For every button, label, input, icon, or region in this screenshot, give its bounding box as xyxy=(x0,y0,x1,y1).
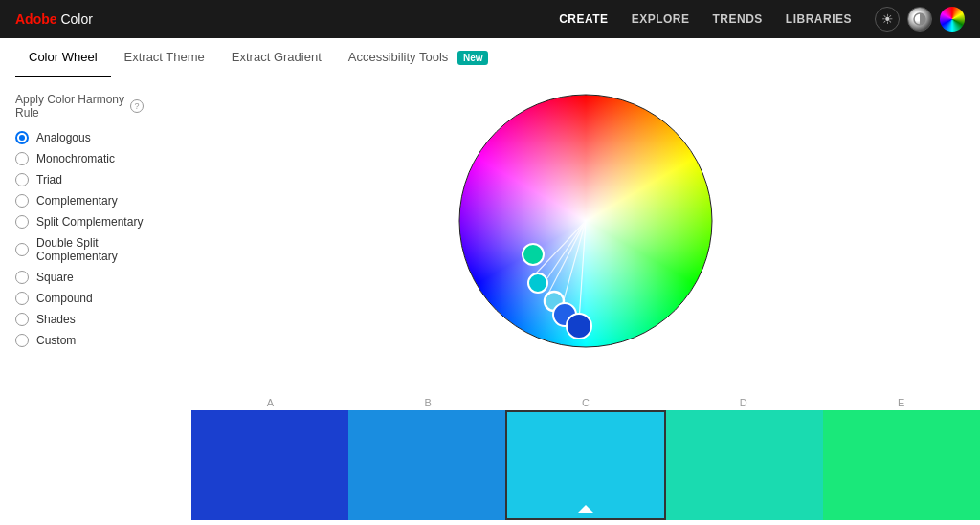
option-square[interactable]: Square xyxy=(15,271,176,284)
tab-color-wheel[interactable]: Color Wheel xyxy=(15,38,111,77)
nav-trends[interactable]: TRENDS xyxy=(712,12,762,26)
radio-monochromatic[interactable] xyxy=(15,152,29,165)
swatch-label-c: C xyxy=(507,397,665,408)
option-compound[interactable]: Compound xyxy=(15,292,176,305)
option-double-split[interactable]: Double Split Complementary xyxy=(15,236,176,263)
radio-square[interactable] xyxy=(15,271,29,284)
swatch-e[interactable] xyxy=(823,410,980,520)
color-wheel-svg xyxy=(452,87,720,355)
radio-compound[interactable] xyxy=(15,292,29,305)
tab-accessibility-tools[interactable]: Accessibility Tools New xyxy=(335,38,502,77)
tab-extract-gradient[interactable]: Extract Gradient xyxy=(218,38,335,77)
radio-triad[interactable] xyxy=(15,173,29,186)
swatch-b[interactable] xyxy=(348,410,505,520)
tabs-bar: Color Wheel Extract Theme Extract Gradie… xyxy=(0,38,980,77)
harmony-options: Analogous Monochromatic Triad Complement… xyxy=(15,131,176,347)
color-wheel[interactable] xyxy=(452,87,720,355)
option-monochromatic[interactable]: Monochromatic xyxy=(15,152,176,165)
swatches-container: A B C D E xyxy=(191,397,980,520)
color-circle-icon[interactable] xyxy=(940,7,965,32)
swatch-labels-row: A B C D E xyxy=(191,397,980,408)
radio-split-complementary[interactable] xyxy=(15,215,29,229)
swatches-row xyxy=(191,410,980,520)
theme-icon[interactable] xyxy=(907,7,932,32)
globe-icon[interactable]: ☀ xyxy=(875,7,900,32)
nav-libraries[interactable]: LIBRARIES xyxy=(786,12,852,26)
option-complementary[interactable]: Complementary xyxy=(15,194,176,208)
option-analogous[interactable]: Analogous xyxy=(15,131,176,144)
swatch-c[interactable] xyxy=(505,410,666,520)
main-content: Apply Color HarmonyRule ? Analogous Mono… xyxy=(0,77,980,520)
option-shades[interactable]: Shades xyxy=(15,313,176,326)
swatch-label-b: B xyxy=(349,397,507,408)
top-navigation: Adobe Color CREATE EXPLORE TRENDS LIBRAR… xyxy=(0,0,980,38)
harmony-label-text: Apply Color HarmonyRule xyxy=(15,93,124,120)
swatch-label-e: E xyxy=(822,397,980,408)
radio-shades[interactable] xyxy=(15,313,29,326)
swatch-a[interactable] xyxy=(191,410,348,520)
new-badge: New xyxy=(457,51,489,65)
nav-icon-group: ☀ xyxy=(875,7,965,32)
sidebar: Apply Color HarmonyRule ? Analogous Mono… xyxy=(0,77,191,520)
harmony-rule-label: Apply Color HarmonyRule ? xyxy=(15,93,176,120)
brand-adobe: Adobe xyxy=(15,11,57,27)
swatch-d[interactable] xyxy=(666,410,823,520)
option-triad[interactable]: Triad xyxy=(15,173,176,186)
nav-explore[interactable]: EXPLORE xyxy=(632,12,690,26)
swatch-label-d: D xyxy=(664,397,822,408)
option-custom[interactable]: Custom xyxy=(15,334,176,347)
radio-complementary[interactable] xyxy=(15,194,29,208)
nav-links: CREATE EXPLORE TRENDS LIBRARIES xyxy=(559,12,852,26)
handle-e[interactable] xyxy=(567,314,591,339)
radio-analogous[interactable] xyxy=(15,131,29,144)
brand-logo: Adobe Color xyxy=(15,11,93,27)
radio-custom[interactable] xyxy=(15,334,29,347)
tab-extract-theme[interactable]: Extract Theme xyxy=(111,38,218,77)
handle-b[interactable] xyxy=(528,273,547,293)
option-split-complementary[interactable]: Split Complementary xyxy=(15,215,176,229)
swatch-label-a: A xyxy=(191,397,349,408)
radio-double-split[interactable] xyxy=(15,243,29,256)
help-icon[interactable]: ? xyxy=(130,99,144,113)
handle-a[interactable] xyxy=(523,244,544,265)
nav-create[interactable]: CREATE xyxy=(559,12,608,26)
